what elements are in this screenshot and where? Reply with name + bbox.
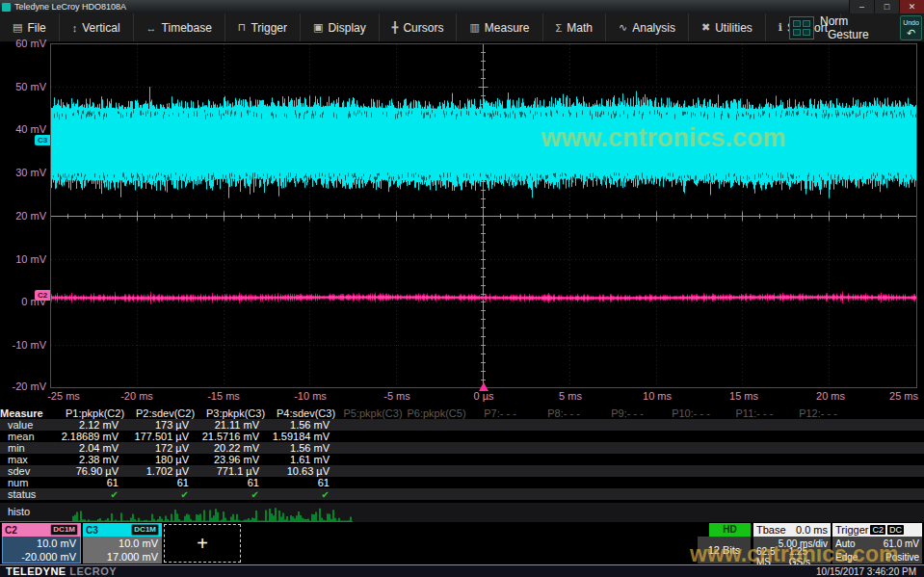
add-trace-button[interactable]: + bbox=[164, 524, 241, 563]
c3-offset: 17.000 mV bbox=[87, 550, 158, 564]
trigger-type: Edge bbox=[835, 552, 858, 563]
measure-param-header[interactable]: P12:- - - bbox=[786, 407, 850, 419]
measure-status-cell: ✔ bbox=[60, 488, 130, 500]
menu-label-timebase: Timebase bbox=[162, 21, 212, 35]
measure-param-header[interactable]: P1:pkpk(C2) bbox=[60, 407, 130, 419]
trigger-mode: Auto bbox=[835, 538, 856, 549]
menu-item-cursors[interactable]: ╋Cursors bbox=[380, 13, 458, 41]
channel-c3-descriptor[interactable]: C3 DC1M 10.0 mV 17.000 mV bbox=[83, 523, 162, 564]
measure-param-header[interactable]: P4:sdev(C3) bbox=[271, 407, 341, 419]
trigger-time-marker[interactable] bbox=[479, 382, 488, 391]
undo-label: Undo bbox=[901, 18, 921, 27]
x-axis-label: -10 ms bbox=[294, 390, 327, 402]
measure-value-cell: 20.22 mV bbox=[200, 442, 271, 454]
status-check-icon: ✔ bbox=[181, 489, 189, 500]
measure-param-header[interactable]: P9:- - - bbox=[595, 407, 659, 419]
display-grid-button[interactable] bbox=[789, 16, 814, 39]
cursors-icon: ╋ bbox=[392, 21, 399, 34]
gesture-label[interactable]: Gesture bbox=[828, 28, 869, 41]
y-axis-label: 60 mV bbox=[15, 38, 46, 49]
brand-lecroy: LECROY bbox=[69, 565, 117, 577]
menu-item-display[interactable]: ▣Display bbox=[301, 13, 380, 41]
measure-value-cell: 1.59184 mV bbox=[271, 431, 341, 442]
x-axis-label: 15 ms bbox=[729, 390, 758, 402]
waveform-canvas[interactable] bbox=[51, 44, 916, 387]
measure-row-label: mean bbox=[0, 431, 60, 442]
menu-label-trigger: Trigger bbox=[251, 21, 287, 35]
c2-vdiv: 10.0 mV bbox=[7, 537, 76, 550]
title-bar: Teledyne LeCroy HDO8108A – □ ✕ bbox=[0, 0, 924, 13]
undo-button[interactable]: Undo ↶ bbox=[900, 15, 922, 40]
measure-row-sdev: sdev76.90 µV1.702 µV771.1 µV10.63 µV bbox=[0, 465, 924, 477]
menu-label-utilities: Utilities bbox=[715, 21, 752, 35]
hd-mode-badge[interactable]: HD bbox=[709, 523, 751, 537]
menu-item-math[interactable]: ΣMath bbox=[543, 13, 607, 41]
measure-param-header[interactable]: P6:pkpk(C5) bbox=[405, 407, 468, 419]
histogram-baseline bbox=[0, 521, 353, 522]
histicon-row: histo bbox=[0, 503, 924, 522]
measure-title: Measure bbox=[0, 407, 60, 419]
measure-row-mean: mean2.18689 mV177.501 µV21.5716 mV1.5918… bbox=[0, 431, 924, 442]
menu-label-cursors: Cursors bbox=[403, 21, 443, 35]
close-button[interactable]: ✕ bbox=[899, 0, 924, 13]
maximize-button[interactable]: □ bbox=[874, 0, 899, 13]
channel-c2-descriptor[interactable]: C2 DC1M 10.0 mV -20.000 mV bbox=[2, 523, 81, 564]
menu-item-utilities[interactable]: ✖Utilities bbox=[689, 13, 766, 41]
y-axis-label: 30 mV bbox=[15, 167, 46, 178]
measure-row-status: status✔✔✔✔ bbox=[0, 488, 924, 500]
measurement-histogram bbox=[0, 503, 924, 522]
measure-value-cell: 61 bbox=[271, 477, 341, 488]
x-axis-label: 0 µs bbox=[473, 390, 493, 402]
measure-row-label: min bbox=[0, 442, 60, 454]
measure-value-cell: 21.11 mV bbox=[200, 419, 271, 431]
measure-value-cell: 61 bbox=[60, 477, 130, 488]
y-axis-label: 40 mV bbox=[15, 123, 46, 135]
math-icon: Σ bbox=[556, 22, 563, 34]
measure-param-header[interactable]: P8:- - - bbox=[532, 407, 595, 419]
undo-arrow-icon: ↶ bbox=[907, 27, 915, 39]
histo-label: histo bbox=[8, 506, 30, 517]
x-axis-label: -15 ms bbox=[207, 390, 240, 402]
measure-value-cell: 2.18689 mV bbox=[60, 431, 130, 442]
measure-row-label: sdev bbox=[0, 465, 60, 477]
trigger-descriptor[interactable]: Trigger C2 DC Auto 61.0 mV Edge Positive bbox=[832, 523, 922, 564]
menu-item-timebase[interactable]: ↔Timebase bbox=[134, 13, 225, 41]
norm-label[interactable]: Norm bbox=[820, 14, 848, 28]
measure-row-min: min2.04 mV172 µV20.22 mV1.56 mV bbox=[0, 442, 924, 454]
minimize-button[interactable]: – bbox=[849, 0, 874, 13]
measure-value-cell: 21.5716 mV bbox=[200, 431, 271, 442]
datetime-display: 10/15/2017 3:46:20 PM bbox=[816, 566, 916, 577]
y-axis-label: -20 mV bbox=[13, 380, 46, 392]
c2-name: C2 bbox=[5, 525, 17, 536]
measure-param-header[interactable]: P7:- - - bbox=[468, 407, 532, 419]
brand-teledyne: TELEDYNE bbox=[6, 565, 66, 577]
measure-header-row: MeasureP1:pkpk(C2)P2:sdev(C2)P3:pkpk(C3)… bbox=[0, 407, 924, 419]
menu-item-analysis[interactable]: ∿Analysis bbox=[606, 13, 689, 41]
measure-param-header[interactable]: P5:pkpk(C3) bbox=[341, 407, 405, 419]
measure-value-cell: 23.96 mV bbox=[200, 454, 271, 465]
measure-value-cell: 172 µV bbox=[130, 442, 200, 454]
menu-item-measure[interactable]: ▥Measure bbox=[457, 13, 542, 41]
c3-offset-marker[interactable]: C3 bbox=[35, 135, 50, 145]
waveform-grid[interactable] bbox=[50, 43, 917, 388]
tbase-offset: 0.0 ms bbox=[796, 524, 828, 536]
menu-item-vertical[interactable]: ↕Vertical bbox=[60, 13, 134, 41]
measure-param-header[interactable]: P3:pkpk(C3) bbox=[200, 407, 271, 419]
measure-param-header[interactable]: P11:- - - bbox=[723, 407, 786, 419]
menu-item-trigger[interactable]: ⊓Trigger bbox=[225, 13, 301, 41]
measure-param-header[interactable]: P10:- - - bbox=[659, 407, 723, 419]
measure-status-cell: ✔ bbox=[130, 488, 200, 500]
status-check-icon: ✔ bbox=[111, 489, 119, 500]
c3-vdiv: 10.0 mV bbox=[87, 537, 158, 550]
c2-offset-marker[interactable]: C2 bbox=[35, 290, 50, 301]
y-axis-label: 20 mV bbox=[15, 210, 46, 222]
measure-param-header[interactable]: P2:sdev(C2) bbox=[130, 407, 200, 419]
measure-row-value: value2.12 mV173 µV21.11 mV1.56 mV bbox=[0, 419, 924, 431]
timebase-descriptor[interactable]: Tbase 0.0 ms 5.00 ms/div 62.5 MS 1.25 GS… bbox=[753, 523, 831, 564]
grid-cell-icon bbox=[803, 20, 810, 27]
plus-icon: + bbox=[197, 533, 208, 555]
file-icon: ▤ bbox=[13, 21, 22, 34]
histogram-bars bbox=[73, 508, 351, 521]
measure-icon: ▥ bbox=[469, 21, 479, 34]
brand-logo: TELEDYNE LECROY bbox=[6, 565, 117, 577]
